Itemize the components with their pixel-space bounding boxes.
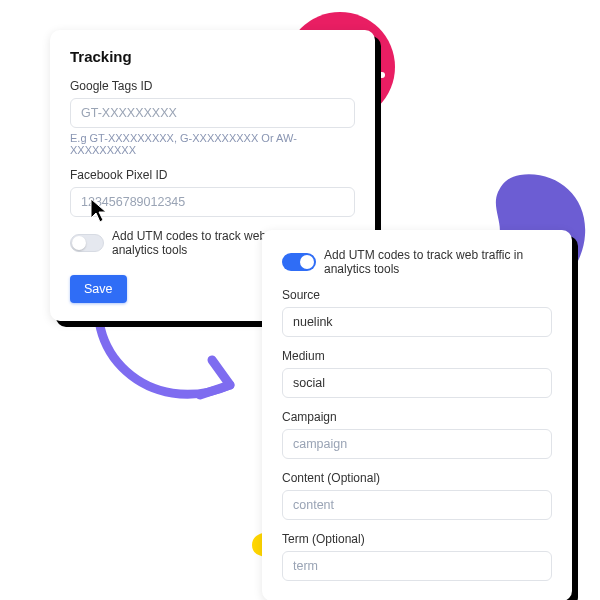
facebook-pixel-field: Facebook Pixel ID xyxy=(70,168,355,217)
source-field: Source xyxy=(282,288,552,337)
utm-toggle-label-on: Add UTM codes to track web traffic in an… xyxy=(324,248,552,276)
card-title: Tracking xyxy=(70,48,355,65)
medium-field: Medium xyxy=(282,349,552,398)
campaign-input[interactable] xyxy=(282,429,552,459)
term-field: Term (Optional) xyxy=(282,532,552,581)
utm-toggle-row-on: Add UTM codes to track web traffic in an… xyxy=(282,248,552,276)
medium-label: Medium xyxy=(282,349,552,363)
content-input[interactable] xyxy=(282,490,552,520)
source-input[interactable] xyxy=(282,307,552,337)
utm-card: Add UTM codes to track web traffic in an… xyxy=(262,230,572,600)
facebook-pixel-label: Facebook Pixel ID xyxy=(70,168,355,182)
google-tags-field: Google Tags ID E.g GT-XXXXXXXXX, G-XXXXX… xyxy=(70,79,355,156)
content-field: Content (Optional) xyxy=(282,471,552,520)
utm-toggle-off[interactable] xyxy=(70,234,104,252)
term-input[interactable] xyxy=(282,551,552,581)
google-tags-input[interactable] xyxy=(70,98,355,128)
campaign-field: Campaign xyxy=(282,410,552,459)
google-tags-label: Google Tags ID xyxy=(70,79,355,93)
content-label: Content (Optional) xyxy=(282,471,552,485)
google-tags-hint: E.g GT-XXXXXXXXX, G-XXXXXXXXX Or AW-XXXX… xyxy=(70,132,355,156)
cursor-icon xyxy=(90,198,110,224)
term-label: Term (Optional) xyxy=(282,532,552,546)
facebook-pixel-input[interactable] xyxy=(70,187,355,217)
utm-toggle-on[interactable] xyxy=(282,253,316,271)
campaign-label: Campaign xyxy=(282,410,552,424)
source-label: Source xyxy=(282,288,552,302)
medium-input[interactable] xyxy=(282,368,552,398)
save-button[interactable]: Save xyxy=(70,275,127,303)
